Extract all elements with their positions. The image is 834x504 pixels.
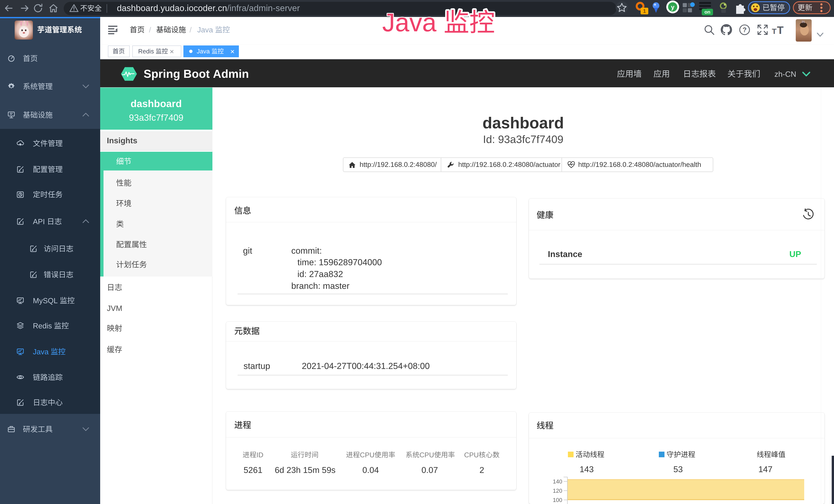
svg-text:?: ? — [743, 26, 747, 33]
svg-text:y: y — [671, 4, 675, 10]
svg-text:1: 1 — [643, 8, 646, 14]
svg-text:T: T — [777, 25, 784, 36]
svg-text:21.: 21. — [802, 20, 806, 23]
svg-text:T: T — [772, 27, 776, 36]
svg-text:on: on — [704, 9, 710, 15]
